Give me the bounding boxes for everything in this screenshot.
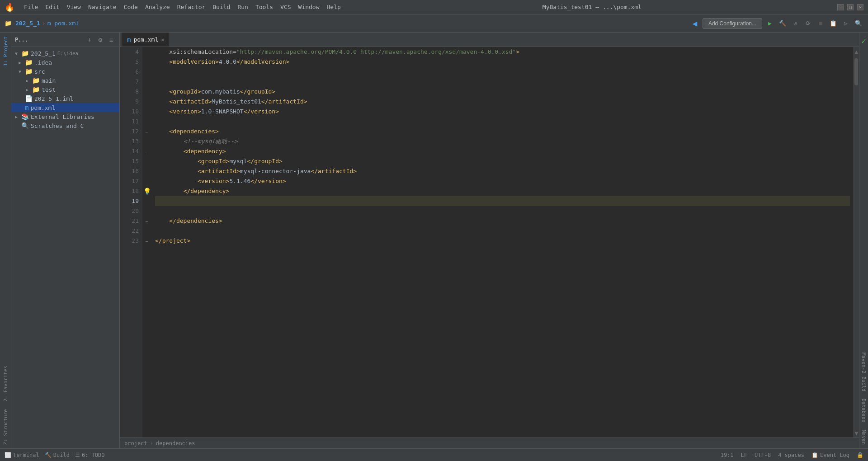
tree-item-scratches[interactable]: ▶ 🔍 Scratches and C [11, 121, 119, 130]
reload-icon[interactable]: ↺ [790, 19, 800, 28]
menu-refactor[interactable]: Refactor [174, 2, 209, 12]
code-line-13: <!--mysql驱动--> [155, 136, 850, 146]
line-num-14: 14 [123, 146, 139, 156]
line-num-6: 6 [123, 67, 139, 77]
close-button[interactable]: ✕ [857, 4, 863, 10]
search-everywhere-icon[interactable]: 🔍 [854, 19, 863, 28]
code-line-23: </project> [155, 236, 850, 246]
scroll-up-button[interactable]: ▲ [854, 47, 859, 56]
coverage-icon[interactable]: 📋 [828, 19, 838, 28]
menu-file[interactable]: File [20, 2, 42, 12]
minimize-button[interactable]: − [837, 4, 844, 10]
tree-item-idea[interactable]: ▶ 📁 .idea [11, 58, 119, 67]
sidebar-item-structure[interactable]: Z: Structure [1, 405, 10, 448]
menu-build[interactable]: Build [209, 2, 234, 12]
arrow-src: ▼ [19, 69, 23, 74]
tree-label-scratches: Scratches and C [31, 122, 84, 129]
code-line-5: <modelVersion>4.0.0</modelVersion> [155, 57, 850, 67]
line-num-23: 23 [123, 236, 139, 246]
fold-icon-14[interactable]: – [146, 149, 148, 154]
fold-icon-23[interactable]: – [146, 239, 148, 244]
gutter-12: – [142, 127, 151, 136]
sidebar-item-favorites[interactable]: 2: Favorites [1, 362, 10, 405]
maximize-button[interactable]: □ [847, 4, 854, 10]
reload2-icon[interactable]: ⟳ [803, 19, 813, 28]
menu-view[interactable]: View [63, 2, 85, 12]
panel-menu-icon[interactable]: ≡ [107, 36, 116, 43]
line-ending[interactable]: LF [741, 452, 747, 458]
gutter-8 [142, 87, 151, 97]
left-sidebar-strip: 1: Project 2: Favorites Z: Structure [0, 33, 11, 448]
build-button[interactable]: 🔨 Build [45, 452, 70, 458]
right-sidebar-maven-build[interactable]: Maven-2 Build [859, 349, 868, 395]
tree-item-iml[interactable]: ▶ 📄 202_5_1.iml [11, 94, 119, 103]
tree-item-main[interactable]: ▶ 📁 main [11, 76, 119, 85]
gutter-20 [142, 206, 151, 216]
menu-navigate[interactable]: Navigate [85, 2, 120, 12]
tree-item-root[interactable]: ▼ 📁 202_5_1 E:\idea [11, 49, 119, 58]
tab-bar: m pom.xml ✕ [120, 33, 859, 47]
profile-icon[interactable]: ▷ [841, 19, 851, 28]
fold-icon-21[interactable]: – [146, 219, 148, 224]
gutter-10 [142, 107, 151, 117]
stop-icon[interactable]: ⏹ [816, 19, 826, 28]
menu-window[interactable]: Window [295, 2, 323, 12]
menu-vcs[interactable]: VCS [277, 2, 294, 12]
add-configuration-button[interactable]: Add Configuration... [703, 18, 762, 29]
menu-analyze[interactable]: Analyze [142, 2, 174, 12]
tree-item-test[interactable]: ▶ 📁 test [11, 85, 119, 94]
lightbulb-icon[interactable]: 💡 [143, 188, 151, 195]
gutter-13 [142, 136, 151, 146]
right-sidebar-maven[interactable]: Maven [859, 426, 868, 448]
code-line-21: </dependencies> [155, 216, 850, 226]
main-content: 1: Project 2: Favorites Z: Structure P..… [0, 33, 868, 448]
event-log-button[interactable]: 📋 Event Log [811, 452, 849, 458]
code-editor[interactable]: xsi:schemaLocation="http://maven.apache.… [151, 47, 854, 437]
tree-item-extlib[interactable]: ▶ 📚 External Libraries [11, 112, 119, 121]
vertical-scrollbar[interactable]: ▲ ▼ [854, 47, 859, 437]
menu-edit[interactable]: Edit [42, 2, 63, 12]
line-num-11: 11 [123, 117, 139, 127]
menu-help[interactable]: Help [323, 2, 344, 12]
run-icon[interactable]: ▶ [765, 19, 775, 28]
scroll-thumb[interactable] [854, 58, 858, 85]
todo-button[interactable]: ☰ 6: TODO [75, 452, 105, 458]
tree-label-extlib: External Libraries [31, 113, 94, 120]
gutter-21: – [142, 216, 151, 226]
back-icon[interactable]: ◀ [690, 19, 700, 28]
right-sidebar-database[interactable]: Database [859, 395, 868, 426]
tree-label-test: test [42, 86, 56, 93]
fold-icon-12[interactable]: – [146, 129, 148, 134]
breadcrumb-file: m pom.xml [47, 20, 79, 27]
tab-close-button[interactable]: ✕ [161, 37, 164, 43]
tree-item-src[interactable]: ▼ 📁 src [11, 67, 119, 76]
extlib-icon: 📚 [21, 113, 29, 120]
editor-area: m pom.xml ✕ 4 5 6 7 8 9 10 11 12 13 14 1… [120, 33, 859, 448]
panel-gear-icon[interactable]: ⚙ [96, 36, 105, 43]
checkmark-icon: ✓ [861, 36, 866, 46]
gutter-16 [142, 166, 151, 176]
terminal-button[interactable]: ⬜ Terminal [5, 452, 39, 458]
scroll-down-button[interactable]: ▼ [854, 428, 859, 437]
encoding[interactable]: UTF-8 [755, 452, 771, 458]
panel-add-icon[interactable]: + [85, 36, 94, 43]
sidebar-item-project[interactable]: 1: Project [1, 33, 10, 70]
menu-run[interactable]: Run [234, 2, 251, 12]
tree-item-pom[interactable]: ▶ m pom.xml [11, 103, 119, 112]
indent[interactable]: 4 spaces [778, 452, 804, 458]
tab-pom-xml[interactable]: m pom.xml ✕ [122, 33, 170, 47]
code-line-18: </dependency> [155, 186, 850, 196]
build-icon[interactable]: 🔨 [778, 19, 788, 28]
title-bar: 🔥 File Edit View Navigate Code Analyze R… [0, 0, 868, 14]
gutter-9 [142, 97, 151, 107]
code-line-11 [155, 117, 850, 127]
arrow-root: ▼ [15, 51, 19, 56]
arrow-iml: ▶ [19, 96, 23, 101]
gutter-18: 💡 [142, 186, 151, 196]
lock-icon[interactable]: 🔒 [857, 452, 863, 458]
toolbar: 📁 202_5_1 › m pom.xml ◀ Add Configuratio… [0, 14, 868, 33]
menu-code[interactable]: Code [120, 2, 142, 12]
breadcrumb-sep1: › [150, 440, 153, 447]
menu-tools[interactable]: Tools [252, 2, 277, 12]
code-line-10: <version>1.0-SNAPSHOT</version> [155, 107, 850, 117]
